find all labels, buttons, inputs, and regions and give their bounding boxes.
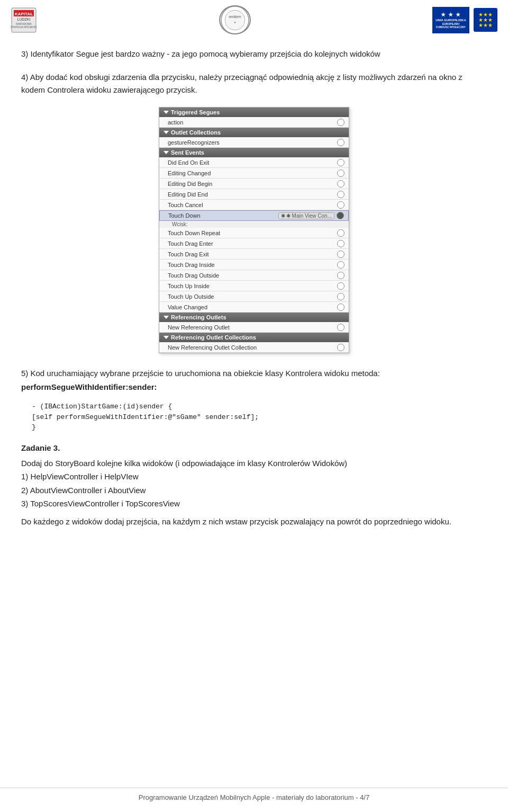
- eu-text-line1: UNIA EUROPEJSKA: [436, 19, 466, 22]
- value-changed-circle: [337, 304, 344, 311]
- intro-paragraph-3: 3) Identyfikator Segue jest bardzo ważny…: [21, 48, 487, 60]
- intro-paragraph-4: 4) Aby dodać kod obsługi zdarzenia dla p…: [21, 71, 487, 96]
- footer-text: Programowanie Urządzeń Mobilnych Apple -…: [139, 793, 369, 801]
- outlet-collections-header: Outlet Collections: [159, 128, 349, 137]
- eu-flag-logo: ★★★ ★★★ ★★★: [474, 8, 497, 32]
- did-end-on-exit-row: Did End On Exit: [159, 157, 349, 168]
- screenshot-container: Triggered Segues action Outlet Collectio…: [21, 107, 487, 353]
- connector-star: ✱: [281, 213, 285, 219]
- svg-text:KAPITAŁ: KAPITAŁ: [15, 12, 33, 16]
- touch-drag-exit-row: Touch Drag Exit: [159, 249, 349, 260]
- task-text-5: Do każdego z widoków dodaj przejścia, na…: [21, 515, 487, 529]
- action-circle: [337, 119, 344, 126]
- svg-text:STRATEGIA SPÓJNOŚCI: STRATEGIA SPÓJNOŚCI: [11, 25, 37, 29]
- code-line-3: }: [32, 422, 487, 433]
- referencing-outlets-header: Referencing Outlets: [159, 313, 349, 322]
- touch-down-repeat-row: Touch Down Repeat: [159, 228, 349, 238]
- task-description: Dodaj do StoryBoard kolejne kilka widokó…: [21, 457, 487, 529]
- xcode-panel: Triggered Segues action Outlet Collectio…: [159, 107, 349, 353]
- touch-drag-inside-circle: [337, 261, 344, 269]
- touch-drag-enter-row: Touch Drag Enter: [159, 238, 349, 249]
- triangle-icon-2: [164, 131, 169, 134]
- touch-drag-inside-row: Touch Drag Inside: [159, 260, 349, 270]
- wcisk-row: Wcisk:: [159, 221, 349, 228]
- kapitał-ludzki-logo: KAPITAŁ LUDZKI NARODOWA STRATEGIA SPÓJNO…: [11, 7, 37, 33]
- triggered-segues-header: Triggered Segues: [159, 108, 349, 117]
- triangle-icon-3: [164, 151, 169, 154]
- sent-events-header: Sent Events: [159, 148, 349, 157]
- eu-stars: ★ ★ ★: [441, 12, 461, 17]
- gesture-circle: [337, 139, 344, 146]
- new-ref-outlet-collection-circle: [337, 344, 344, 351]
- touch-up-inside-row: Touch Up Inside: [159, 281, 349, 291]
- touch-up-outside-row: Touch Up Outside: [159, 291, 349, 302]
- new-ref-outlet-collection-row: New Referencing Outlet Collection: [159, 342, 349, 353]
- logo-right: ★ ★ ★ UNIA EUROPEJSKA EUROPEJSKI FUNDUSZ…: [432, 7, 497, 33]
- logo-left: KAPITAŁ LUDZKI NARODOWA STRATEGIA SPÓJNO…: [11, 7, 37, 33]
- editing-changed-circle: [337, 169, 344, 177]
- page-header: KAPITAŁ LUDZKI NARODOWA STRATEGIA SPÓJNO…: [0, 0, 508, 37]
- editing-changed-row: Editing Changed: [159, 168, 349, 179]
- method-name: performSegueWithIdentifier:sender:: [21, 382, 157, 391]
- code-block: - (IBAction)StartGame:(id)sender { [self…: [32, 401, 487, 433]
- touch-down-row: Touch Down ✱ ✱ Main View Con...: [159, 210, 349, 221]
- center-logo: emblem ●: [219, 5, 251, 34]
- touch-up-outside-circle: [337, 293, 344, 300]
- task-text-1: Dodaj do StoryBoard kolejne kilka widokó…: [21, 457, 487, 470]
- page-footer: Programowanie Urządzeń Mobilnych Apple -…: [0, 788, 508, 801]
- touch-down-repeat-circle: [337, 229, 344, 237]
- touch-down-circle: [337, 212, 344, 219]
- connector-tag: ✱ ✱ Main View Con...: [278, 212, 334, 219]
- eu-text-line3: FUNDUSZ SPOŁECZNY: [436, 25, 466, 29]
- svg-text:NARODOWA: NARODOWA: [16, 22, 32, 25]
- code-line-2: [self performSegueWithIdentifier:@"sGame…: [32, 412, 487, 423]
- editing-did-begin-circle: [337, 180, 344, 188]
- task-heading: Zadanie 3.: [21, 443, 487, 452]
- main-content: 3) Identyfikator Segue jest bardzo ważny…: [0, 37, 508, 544]
- gesture-row: gestureRecognizers: [159, 137, 349, 148]
- touch-drag-outside-row: Touch Drag Outside: [159, 270, 349, 281]
- new-ref-outlet-row: New Referencing Outlet: [159, 322, 349, 333]
- touch-cancel-row: Touch Cancel: [159, 200, 349, 210]
- triangle-icon-4: [164, 316, 169, 319]
- task-text-2: 1) HelpViewController i HelpVIew: [21, 470, 487, 484]
- touch-drag-enter-circle: [337, 240, 344, 247]
- touch-drag-exit-circle: [337, 251, 344, 258]
- touch-up-inside-circle: [337, 282, 344, 290]
- action-row: action: [159, 117, 349, 128]
- editing-did-begin-row: Editing Did Begin: [159, 179, 349, 189]
- did-end-circle: [337, 159, 344, 166]
- ref-outlet-collections-header: Referencing Outlet Collections: [159, 333, 349, 342]
- section5-paragraph: 5) Kod uruchamiający wybrane przejście t…: [21, 367, 487, 394]
- new-ref-outlet-circle: [337, 324, 344, 331]
- editing-did-end-row: Editing Did End: [159, 189, 349, 200]
- svg-text:★★★: ★★★: [478, 22, 493, 28]
- task-text-4: 3) TopScoresViewController i TopScoresVi…: [21, 497, 487, 511]
- triangle-icon-5: [164, 336, 169, 339]
- touch-drag-outside-circle: [337, 272, 344, 279]
- svg-text:●: ●: [234, 20, 235, 23]
- editing-did-end-circle: [337, 191, 344, 198]
- eu-logo: ★ ★ ★ UNIA EUROPEJSKA EUROPEJSKI FUNDUSZ…: [432, 7, 469, 33]
- center-emblem: emblem ●: [220, 4, 250, 36]
- touch-cancel-circle: [337, 201, 344, 209]
- value-changed-row: Value Changed: [159, 302, 349, 313]
- touch-down-connector: ✱ ✱ Main View Con...: [278, 212, 344, 219]
- task-text-3: 2) AboutViewController i AboutView: [21, 484, 487, 497]
- svg-text:emblem: emblem: [229, 15, 241, 19]
- svg-text:LUDZKI: LUDZKI: [17, 17, 31, 21]
- triangle-icon: [164, 111, 169, 114]
- code-line-1: - (IBAction)StartGame:(id)sender {: [32, 401, 487, 412]
